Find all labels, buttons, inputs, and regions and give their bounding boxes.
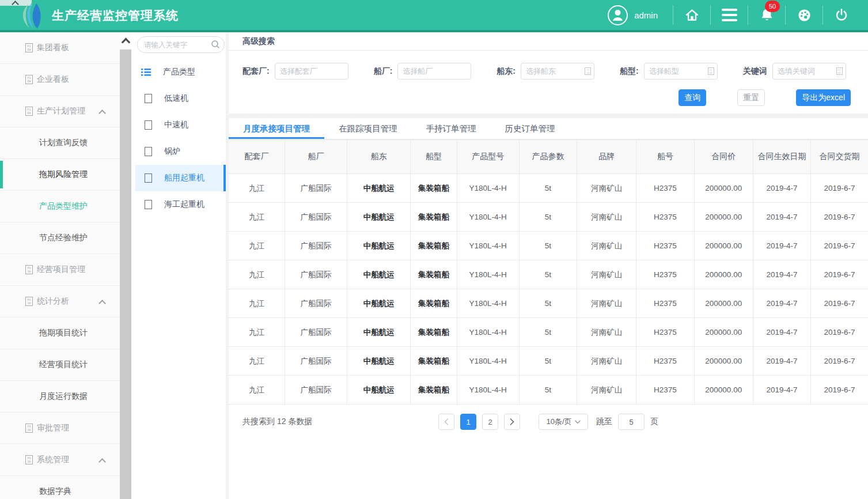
filter-input-5[interactable] xyxy=(772,63,846,80)
notification-badge: 50 xyxy=(765,1,780,12)
filter-input-2[interactable] xyxy=(397,63,471,80)
table-cell: 广船国际 xyxy=(285,260,347,289)
sidebar-item-13[interactable]: F030审批管理 xyxy=(0,413,120,444)
jump-page-input[interactable] xyxy=(618,414,645,430)
sidebar-item-6[interactable]: 产品类型维护 xyxy=(0,191,120,222)
column-header: 产品型号 xyxy=(457,140,519,174)
sidebar-item-15[interactable]: 数据字典 xyxy=(0,476,120,499)
menu-tofu-icon: F030 xyxy=(25,297,33,306)
table-cell: 2019-6-7 xyxy=(811,289,868,318)
reset-button[interactable]: 重置 xyxy=(737,89,765,106)
home-button[interactable] xyxy=(673,7,710,22)
table-cell: H2375 xyxy=(636,318,694,347)
notifications-button[interactable]: 50 xyxy=(748,7,785,23)
tree-root[interactable]: 产品类型 xyxy=(135,59,226,85)
filter-input-4[interactable] xyxy=(644,63,718,80)
table-cell: 200000.00 xyxy=(694,318,753,347)
main-content: 高级搜索 配套厂:船厂:船东:F1E8船型:F1E8关键词F1E8 查询 重置 … xyxy=(229,32,868,499)
table-cell: 2019-4-7 xyxy=(753,289,810,318)
sidebar-item-5[interactable]: 拖期风险管理 xyxy=(0,159,120,191)
table-cell: Y180L-4-H xyxy=(457,174,519,203)
sidebar-item-label: 数据字典 xyxy=(39,486,71,497)
table-cell: 5t xyxy=(519,232,577,260)
scroll-up-button[interactable] xyxy=(120,32,131,48)
tree-item-2[interactable]: 中速机 xyxy=(135,112,226,138)
sidebar-item-10[interactable]: 拖期项目统计 xyxy=(0,317,120,349)
sidebar-item-3[interactable]: F1E8生产计划管理 xyxy=(0,96,120,127)
table-cell: H2375 xyxy=(636,174,694,203)
list-icon xyxy=(141,68,151,77)
table-cell: 2019-6-7 xyxy=(811,376,868,405)
table-cell: 广船国际 xyxy=(285,318,347,347)
table-cell: 河南矿山 xyxy=(577,174,636,203)
sidebar-item-11[interactable]: 经营项目统计 xyxy=(0,349,120,381)
tab-1[interactable]: 月度承接项目管理 xyxy=(229,120,324,139)
filter-field-3: 船东:F1E8 xyxy=(496,63,594,80)
table-cell: 200000.00 xyxy=(694,376,753,405)
table-cell: H2375 xyxy=(636,347,694,376)
tree-item-5[interactable]: 海工起重机 xyxy=(135,191,226,218)
sidebar-item-4[interactable]: 计划查询反馈 xyxy=(0,127,120,159)
chevron-up-icon xyxy=(98,458,106,466)
hamburger-icon xyxy=(722,9,737,21)
table-cell: 河南矿山 xyxy=(577,376,636,405)
chevron-left-icon xyxy=(444,418,449,425)
tree-item-1[interactable]: 低速机 xyxy=(135,85,226,112)
sidebar-item-1[interactable]: F1E8集团看板 xyxy=(0,32,120,64)
tree-item-4[interactable]: 船用起重机 xyxy=(135,165,226,191)
scrollbar-thumb[interactable] xyxy=(120,50,131,499)
page-button-1[interactable]: 1 xyxy=(460,414,476,430)
tofu-box-icon xyxy=(145,120,152,130)
tab-2[interactable]: 在跟踪项目管理 xyxy=(324,120,412,139)
tab-3[interactable]: 手持订单管理 xyxy=(412,120,491,139)
table-cell: 200000.00 xyxy=(694,289,753,318)
search-actions: 查询 重置 导出为excel xyxy=(229,80,868,114)
prev-page-button[interactable] xyxy=(438,414,454,430)
filter-input-3[interactable] xyxy=(521,63,594,80)
filter-input-1[interactable] xyxy=(275,63,348,80)
tree-item-3[interactable]: 锅炉 xyxy=(135,138,226,165)
table-cell: 2019-6-7 xyxy=(811,260,868,289)
tab-4[interactable]: 历史订单管理 xyxy=(491,120,570,139)
table-cell: 中船航运 xyxy=(347,232,411,260)
sidebar-item-8[interactable]: F030经营项目管理 xyxy=(0,254,120,286)
table-cell: Y180L-4-H xyxy=(457,318,519,347)
section-separator xyxy=(229,114,868,118)
filter-field-5: 关键词F1E8 xyxy=(743,63,846,80)
table-row: 九江广船国际中船航运集装箱船Y180L-4-H5t河南矿山H2375200000… xyxy=(229,174,868,203)
table-cell: 集装箱船 xyxy=(411,203,457,232)
table-cell: 中船航运 xyxy=(347,289,411,318)
select-tofu-icon: F1E8 xyxy=(836,67,843,75)
table-cell: 河南矿山 xyxy=(577,289,636,318)
column-header: 合同生效日期 xyxy=(753,140,810,174)
sidebar-item-7[interactable]: 节点经验维护 xyxy=(0,222,120,254)
table-cell: 200000.00 xyxy=(694,347,753,376)
page-size-select[interactable]: 10条/页 xyxy=(539,414,588,430)
table-cell: 广船国际 xyxy=(285,347,347,376)
search-button[interactable]: 查询 xyxy=(679,89,706,106)
logout-button[interactable] xyxy=(823,7,860,22)
sidebar-item-9[interactable]: F030统计分析 xyxy=(0,286,120,317)
sidebar-item-12[interactable]: 月度运行数据 xyxy=(0,381,120,413)
filter-row: 配套厂:船厂:船东:F1E8船型:F1E8关键词F1E8 xyxy=(229,51,868,80)
sidebar-item-14[interactable]: F030系统管理 xyxy=(0,444,120,476)
menu-button[interactable] xyxy=(711,9,748,21)
sidebar-item-label: 企业看板 xyxy=(37,74,69,85)
table-cell: Y180L-4-H xyxy=(457,289,519,318)
search-icon[interactable] xyxy=(211,40,220,49)
sidebar-item-label: 月度运行数据 xyxy=(39,391,88,402)
tree-root-label: 产品类型 xyxy=(163,67,195,77)
filter-field-4: 船型:F1E8 xyxy=(620,63,718,80)
export-excel-button[interactable]: 导出为excel xyxy=(796,89,851,106)
sidebar-item-label: 系统管理 xyxy=(37,455,69,465)
table-cell: 河南矿山 xyxy=(577,203,636,232)
page-button-2[interactable]: 2 xyxy=(482,414,498,430)
next-page-button[interactable] xyxy=(504,414,520,430)
filter-label: 船型: xyxy=(620,66,639,77)
table-cell: 广船国际 xyxy=(285,203,347,232)
user-menu[interactable]: admin xyxy=(592,5,673,26)
sidebar-item-2[interactable]: F1E8企业看板 xyxy=(0,64,120,96)
theme-button[interactable] xyxy=(786,7,822,23)
table-cell: 200000.00 xyxy=(694,203,753,232)
table-row: 九江广船国际中船航运集装箱船Y180L-4-H5t河南矿山H2375200000… xyxy=(229,347,868,376)
